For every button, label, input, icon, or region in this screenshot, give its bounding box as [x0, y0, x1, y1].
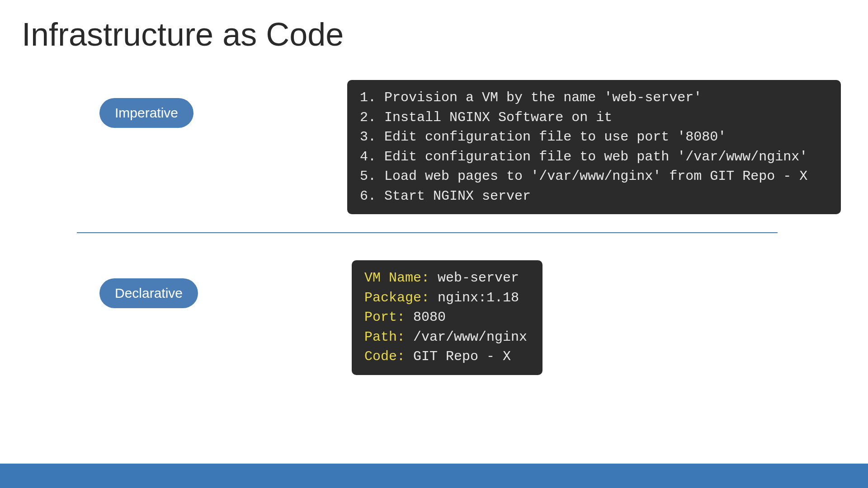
imperative-code-box: 1. Provision a VM by the name 'web-serve…	[347, 80, 841, 214]
kv-key: VM Name:	[364, 270, 429, 286]
imperative-line: 5. Load web pages to '/var/www/nginx' fr…	[360, 167, 828, 187]
declarative-line: Port: 8080	[364, 308, 527, 328]
kv-key: Code:	[364, 349, 405, 364]
imperative-line: 4. Edit configuration file to web path '…	[360, 147, 828, 167]
declarative-line: Code: GIT Repo - X	[364, 347, 527, 367]
kv-key: Path:	[364, 329, 405, 345]
declarative-line: Package: nginx:1.18	[364, 288, 527, 308]
imperative-line: 3. Edit configuration file to use port '…	[360, 127, 828, 147]
slide-title: Infrastructure as Code	[0, 0, 868, 53]
slide-content: Imperative 1. Provision a VM by the name…	[0, 53, 868, 375]
kv-val: /var/www/nginx	[405, 329, 527, 345]
declarative-line: VM Name: web-server	[364, 268, 527, 288]
kv-val: 8080	[405, 310, 446, 325]
imperative-row: Imperative 1. Provision a VM by the name…	[27, 80, 841, 214]
imperative-line: 6. Start NGINX server	[360, 187, 828, 206]
kv-val: nginx:1.18	[429, 290, 519, 305]
kv-val: web-server	[429, 270, 519, 286]
kv-val: GIT Repo - X	[405, 349, 511, 364]
imperative-pill: Imperative	[99, 98, 193, 128]
imperative-line: 1. Provision a VM by the name 'web-serve…	[360, 88, 828, 108]
kv-key: Port:	[364, 310, 405, 325]
kv-key: Package:	[364, 290, 429, 305]
declarative-row: Declarative VM Name: web-server Package:…	[27, 260, 841, 375]
footer-bar	[0, 464, 868, 488]
declarative-code-box: VM Name: web-server Package: nginx:1.18 …	[352, 260, 542, 375]
imperative-line: 2. Install NGINX Software on it	[360, 108, 828, 128]
section-divider	[77, 232, 778, 233]
declarative-pill: Declarative	[99, 278, 198, 308]
declarative-line: Path: /var/www/nginx	[364, 328, 527, 347]
